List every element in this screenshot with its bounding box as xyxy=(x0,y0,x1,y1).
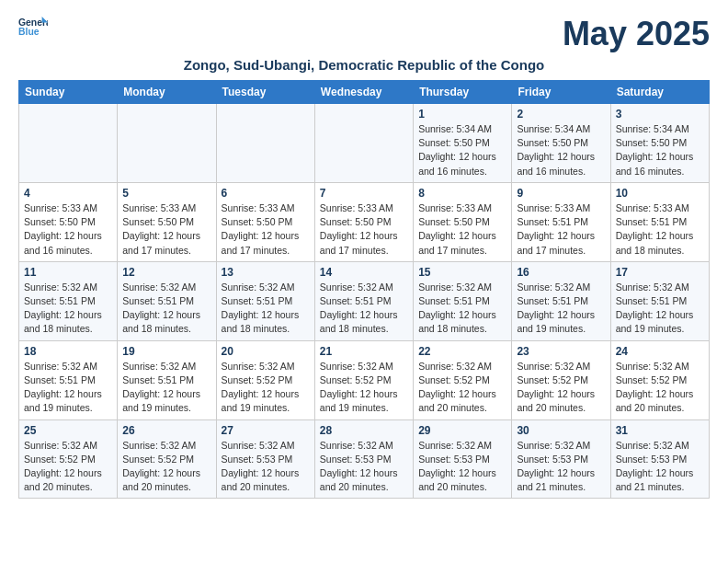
calendar-cell: 8Sunrise: 5:33 AM Sunset: 5:50 PM Daylig… xyxy=(414,182,512,261)
day-info: Sunrise: 5:32 AM Sunset: 5:52 PM Dayligh… xyxy=(418,360,506,416)
calendar-cell xyxy=(118,104,216,183)
day-number: 26 xyxy=(122,424,210,437)
day-number: 9 xyxy=(517,187,605,200)
day-number: 21 xyxy=(320,345,408,358)
calendar-cell: 27Sunrise: 5:32 AM Sunset: 5:53 PM Dayli… xyxy=(216,419,314,499)
calendar-week-3: 11Sunrise: 5:32 AM Sunset: 5:51 PM Dayli… xyxy=(19,261,710,340)
calendar-week-5: 25Sunrise: 5:32 AM Sunset: 5:52 PM Dayli… xyxy=(19,419,710,499)
day-number: 10 xyxy=(616,187,704,200)
day-info: Sunrise: 5:34 AM Sunset: 5:50 PM Dayligh… xyxy=(616,122,704,178)
day-number: 8 xyxy=(418,187,506,200)
logo-icon: General Blue xyxy=(18,15,48,40)
day-number: 23 xyxy=(517,345,605,358)
subtitle: Zongo, Sud-Ubangi, Democratic Republic o… xyxy=(18,57,710,73)
calendar-cell: 29Sunrise: 5:32 AM Sunset: 5:53 PM Dayli… xyxy=(414,419,512,499)
day-info: Sunrise: 5:32 AM Sunset: 5:51 PM Dayligh… xyxy=(320,281,408,337)
calendar-cell xyxy=(19,104,118,183)
day-number: 27 xyxy=(222,424,310,437)
svg-text:Blue: Blue xyxy=(18,27,40,37)
weekday-thursday: Thursday xyxy=(414,81,512,104)
day-number: 4 xyxy=(24,187,112,200)
calendar-cell: 13Sunrise: 5:32 AM Sunset: 5:51 PM Dayli… xyxy=(216,261,314,340)
day-number: 29 xyxy=(418,424,506,437)
calendar-cell xyxy=(216,104,314,183)
calendar-cell: 28Sunrise: 5:32 AM Sunset: 5:53 PM Dayli… xyxy=(314,419,413,499)
day-number: 17 xyxy=(616,266,704,279)
calendar-cell: 18Sunrise: 5:32 AM Sunset: 5:51 PM Dayli… xyxy=(19,340,118,419)
day-number: 31 xyxy=(616,424,704,437)
day-info: Sunrise: 5:32 AM Sunset: 5:53 PM Dayligh… xyxy=(517,439,605,495)
calendar-week-2: 4Sunrise: 5:33 AM Sunset: 5:50 PM Daylig… xyxy=(19,182,710,261)
day-info: Sunrise: 5:32 AM Sunset: 5:51 PM Dayligh… xyxy=(122,360,210,416)
weekday-header-row: SundayMondayTuesdayWednesdayThursdayFrid… xyxy=(19,81,710,104)
day-info: Sunrise: 5:32 AM Sunset: 5:51 PM Dayligh… xyxy=(222,281,310,337)
day-info: Sunrise: 5:32 AM Sunset: 5:52 PM Dayligh… xyxy=(24,439,112,495)
day-number: 22 xyxy=(418,345,506,358)
day-info: Sunrise: 5:32 AM Sunset: 5:51 PM Dayligh… xyxy=(24,281,112,337)
calendar-cell: 17Sunrise: 5:32 AM Sunset: 5:51 PM Dayli… xyxy=(610,261,709,340)
day-info: Sunrise: 5:32 AM Sunset: 5:51 PM Dayligh… xyxy=(24,360,112,416)
day-number: 18 xyxy=(24,345,112,358)
day-info: Sunrise: 5:33 AM Sunset: 5:51 PM Dayligh… xyxy=(616,201,704,258)
calendar-cell: 24Sunrise: 5:32 AM Sunset: 5:52 PM Dayli… xyxy=(610,340,709,419)
day-number: 7 xyxy=(320,187,408,200)
day-info: Sunrise: 5:33 AM Sunset: 5:51 PM Dayligh… xyxy=(517,201,605,258)
day-number: 6 xyxy=(222,187,310,200)
day-info: Sunrise: 5:34 AM Sunset: 5:50 PM Dayligh… xyxy=(517,122,605,178)
calendar-cell: 16Sunrise: 5:32 AM Sunset: 5:51 PM Dayli… xyxy=(512,261,610,340)
day-info: Sunrise: 5:32 AM Sunset: 5:53 PM Dayligh… xyxy=(616,439,704,495)
calendar-table: SundayMondayTuesdayWednesdayThursdayFrid… xyxy=(18,80,710,499)
day-number: 1 xyxy=(418,108,506,121)
calendar-cell: 2Sunrise: 5:34 AM Sunset: 5:50 PM Daylig… xyxy=(512,104,610,183)
weekday-wednesday: Wednesday xyxy=(314,81,413,104)
calendar-cell: 11Sunrise: 5:32 AM Sunset: 5:51 PM Dayli… xyxy=(19,261,118,340)
calendar-cell: 4Sunrise: 5:33 AM Sunset: 5:50 PM Daylig… xyxy=(19,182,118,261)
weekday-tuesday: Tuesday xyxy=(216,81,314,104)
day-info: Sunrise: 5:34 AM Sunset: 5:50 PM Dayligh… xyxy=(418,122,506,178)
calendar-cell: 14Sunrise: 5:32 AM Sunset: 5:51 PM Dayli… xyxy=(314,261,413,340)
day-number: 2 xyxy=(517,108,605,121)
day-number: 30 xyxy=(517,424,605,437)
calendar-cell: 9Sunrise: 5:33 AM Sunset: 5:51 PM Daylig… xyxy=(512,182,610,261)
calendar-cell: 12Sunrise: 5:32 AM Sunset: 5:51 PM Dayli… xyxy=(118,261,216,340)
month-title: May 2025 xyxy=(563,15,710,53)
calendar-cell: 25Sunrise: 5:32 AM Sunset: 5:52 PM Dayli… xyxy=(19,419,118,499)
calendar-cell: 26Sunrise: 5:32 AM Sunset: 5:52 PM Dayli… xyxy=(118,419,216,499)
calendar-cell: 20Sunrise: 5:32 AM Sunset: 5:52 PM Dayli… xyxy=(216,340,314,419)
weekday-saturday: Saturday xyxy=(610,81,709,104)
calendar-cell xyxy=(314,104,413,183)
day-number: 28 xyxy=(320,424,408,437)
calendar-cell: 22Sunrise: 5:32 AM Sunset: 5:52 PM Dayli… xyxy=(414,340,512,419)
day-info: Sunrise: 5:32 AM Sunset: 5:51 PM Dayligh… xyxy=(418,281,506,337)
weekday-sunday: Sunday xyxy=(19,81,118,104)
day-info: Sunrise: 5:32 AM Sunset: 5:52 PM Dayligh… xyxy=(320,360,408,416)
calendar-cell: 23Sunrise: 5:32 AM Sunset: 5:52 PM Dayli… xyxy=(512,340,610,419)
day-info: Sunrise: 5:32 AM Sunset: 5:53 PM Dayligh… xyxy=(222,439,310,495)
day-info: Sunrise: 5:33 AM Sunset: 5:50 PM Dayligh… xyxy=(222,201,310,258)
day-number: 3 xyxy=(616,108,704,121)
day-number: 15 xyxy=(418,266,506,279)
day-info: Sunrise: 5:33 AM Sunset: 5:50 PM Dayligh… xyxy=(122,201,210,258)
calendar-cell: 1Sunrise: 5:34 AM Sunset: 5:50 PM Daylig… xyxy=(414,104,512,183)
day-info: Sunrise: 5:32 AM Sunset: 5:51 PM Dayligh… xyxy=(517,281,605,337)
day-info: Sunrise: 5:32 AM Sunset: 5:52 PM Dayligh… xyxy=(222,360,310,416)
weekday-monday: Monday xyxy=(118,81,216,104)
calendar-week-1: 1Sunrise: 5:34 AM Sunset: 5:50 PM Daylig… xyxy=(19,104,710,183)
day-number: 20 xyxy=(222,345,310,358)
calendar-body: 1Sunrise: 5:34 AM Sunset: 5:50 PM Daylig… xyxy=(19,104,710,499)
day-info: Sunrise: 5:32 AM Sunset: 5:51 PM Dayligh… xyxy=(122,281,210,337)
calendar-cell: 21Sunrise: 5:32 AM Sunset: 5:52 PM Dayli… xyxy=(314,340,413,419)
page-header: General Blue May 2025 xyxy=(18,15,710,53)
day-info: Sunrise: 5:32 AM Sunset: 5:53 PM Dayligh… xyxy=(320,439,408,495)
day-number: 24 xyxy=(616,345,704,358)
logo: General Blue xyxy=(18,15,48,40)
day-info: Sunrise: 5:32 AM Sunset: 5:51 PM Dayligh… xyxy=(616,281,704,337)
day-number: 25 xyxy=(24,424,112,437)
day-number: 5 xyxy=(122,187,210,200)
calendar-cell: 31Sunrise: 5:32 AM Sunset: 5:53 PM Dayli… xyxy=(610,419,709,499)
day-info: Sunrise: 5:32 AM Sunset: 5:52 PM Dayligh… xyxy=(517,360,605,416)
day-info: Sunrise: 5:32 AM Sunset: 5:53 PM Dayligh… xyxy=(418,439,506,495)
day-info: Sunrise: 5:33 AM Sunset: 5:50 PM Dayligh… xyxy=(418,201,506,258)
day-info: Sunrise: 5:33 AM Sunset: 5:50 PM Dayligh… xyxy=(320,201,408,258)
day-info: Sunrise: 5:32 AM Sunset: 5:52 PM Dayligh… xyxy=(122,439,210,495)
